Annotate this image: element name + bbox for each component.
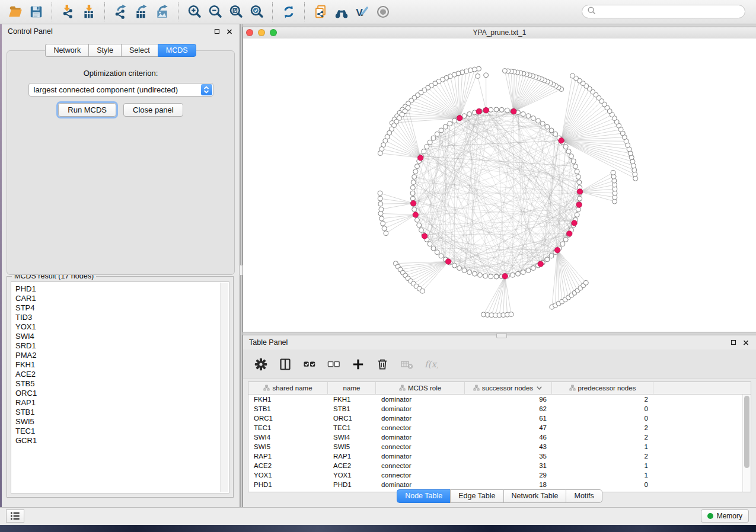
mcds-result-item[interactable]: ORC1 (15, 389, 229, 398)
mcds-result-item[interactable]: STB5 (15, 379, 229, 389)
cell-name[interactable]: FKH1 (328, 396, 376, 403)
cell-shared-name[interactable]: PHD1 (248, 481, 328, 488)
table-row[interactable]: RAP1RAP1dominator352 (248, 451, 751, 461)
column-header-name[interactable]: name (328, 382, 376, 394)
cell-successor-nodes[interactable]: 29 (465, 472, 552, 479)
cell-shared-name[interactable]: TEC1 (248, 424, 328, 431)
cell-predecessor-nodes[interactable]: 1 (552, 472, 653, 479)
cell-name[interactable]: SWI4 (328, 434, 376, 441)
cell-name[interactable]: SWI5 (328, 443, 376, 450)
cell-shared-name[interactable]: YOX1 (248, 472, 328, 479)
delete-column-icon[interactable] (375, 357, 390, 372)
tab-edge-table[interactable]: Edge Table (450, 489, 503, 503)
deselect-checkboxes-icon[interactable] (326, 357, 342, 372)
tab-motifs[interactable]: Motifs (566, 489, 602, 503)
cell-shared-name[interactable]: STB1 (248, 405, 328, 412)
table-row[interactable]: SWI5SWI5connector431 (248, 442, 751, 451)
cell-shared-name[interactable]: FKH1 (248, 396, 328, 403)
network-window-titlebar[interactable]: YPA_prune.txt_1 (243, 27, 756, 39)
select-all-checkboxes-icon[interactable] (302, 357, 317, 372)
cell-predecessor-nodes[interactable]: 1 (552, 462, 653, 469)
cell-shared-name[interactable]: RAP1 (248, 453, 328, 460)
mcds-result-item[interactable]: ACE2 (15, 370, 229, 379)
export-table-icon[interactable] (131, 3, 152, 21)
cell-MCDS-role[interactable]: connector (376, 472, 465, 479)
toggle-columns-icon[interactable] (277, 357, 293, 372)
mcds-result-list[interactable]: PHD1CAR1STP4TID3YOX1SWI4SRD1PMA2FKH1ACE2… (11, 281, 229, 493)
column-header-successor-nodes[interactable]: successor nodes (465, 382, 552, 394)
criterion-dropdown[interactable]: largest connected component (undirected) (28, 83, 213, 97)
mcds-result-item[interactable]: RAP1 (15, 398, 229, 408)
horizontal-splitter-grip[interactable] (496, 333, 507, 338)
zoom-out-icon[interactable] (205, 3, 225, 21)
cell-predecessor-nodes[interactable]: 0 (552, 415, 653, 422)
cell-name[interactable]: TEC1 (328, 424, 376, 431)
tab-select[interactable]: Select (121, 44, 158, 57)
zoom-fit-icon[interactable] (225, 3, 246, 21)
tab-network[interactable]: Network (45, 44, 88, 57)
cell-successor-nodes[interactable]: 46 (465, 434, 552, 441)
network-graph[interactable] (243, 39, 756, 332)
float-panel-icon[interactable] (213, 27, 221, 36)
cell-shared-name[interactable]: ORC1 (248, 415, 328, 422)
cell-successor-nodes[interactable]: 35 (465, 453, 552, 460)
cell-name[interactable]: PHD1 (328, 481, 376, 488)
mcds-result-item[interactable]: YOX1 (15, 322, 229, 332)
mcds-result-item[interactable]: SWI5 (15, 417, 229, 427)
cell-MCDS-role[interactable]: dominator (376, 481, 465, 488)
cell-shared-name[interactable]: ACE2 (248, 462, 328, 469)
cell-predecessor-nodes[interactable]: 0 (552, 405, 653, 412)
cell-name[interactable]: ORC1 (328, 415, 376, 422)
show-graphics-icon[interactable] (372, 3, 393, 21)
mcds-list-scrollbar[interactable] (220, 283, 228, 492)
mcds-result-item[interactable]: PHD1 (15, 284, 229, 294)
add-column-icon[interactable] (350, 357, 366, 372)
cell-predecessor-nodes[interactable]: 2 (552, 424, 653, 431)
open-file-icon[interactable] (5, 3, 25, 21)
memory-button[interactable]: Memory (701, 509, 749, 523)
mcds-result-item[interactable]: GCR1 (15, 436, 229, 446)
export-image-icon[interactable] (152, 3, 173, 21)
table-scrollbar-thumb[interactable] (744, 396, 749, 468)
cell-successor-nodes[interactable]: 96 (465, 396, 552, 403)
cell-MCDS-role[interactable]: dominator (376, 453, 465, 460)
settings-gear-icon[interactable] (253, 357, 269, 372)
table-row[interactable]: SWI4SWI4dominator462 (248, 432, 751, 442)
import-network-icon[interactable] (58, 3, 78, 21)
table-row[interactable]: FKH1FKH1dominator962 (248, 395, 751, 404)
zoom-in-icon[interactable] (184, 3, 205, 21)
mcds-result-item[interactable]: STP4 (15, 303, 229, 313)
close-panel-icon[interactable] (225, 27, 234, 36)
mcds-result-item[interactable]: SWI4 (15, 332, 229, 341)
cell-name[interactable]: RAP1 (328, 453, 376, 460)
cell-name[interactable]: YOX1 (328, 472, 376, 479)
mcds-result-item[interactable]: FKH1 (15, 360, 229, 370)
cell-successor-nodes[interactable]: 62 (465, 405, 552, 412)
float-table-panel-icon[interactable] (729, 338, 738, 347)
export-network-icon[interactable] (110, 3, 131, 21)
table-scrollbar[interactable] (742, 395, 751, 492)
mcds-result-item[interactable]: TID3 (15, 313, 229, 322)
tab-style[interactable]: Style (88, 44, 121, 57)
column-header-MCDS-role[interactable]: MCDS role (376, 382, 465, 394)
cell-successor-nodes[interactable]: 47 (465, 424, 552, 431)
search-input[interactable] (582, 5, 745, 18)
cell-MCDS-role[interactable]: dominator (376, 434, 465, 441)
cell-name[interactable]: STB1 (328, 405, 376, 412)
table-row[interactable]: ACE2ACE2connector311 (248, 461, 751, 470)
style-edit-icon[interactable]: V (352, 3, 372, 21)
cell-shared-name[interactable]: SWI4 (248, 434, 328, 441)
mcds-result-item[interactable]: CAR1 (15, 294, 229, 303)
mcds-result-item[interactable]: SRD1 (15, 341, 229, 351)
cell-predecessor-nodes[interactable]: 2 (552, 453, 653, 460)
cell-MCDS-role[interactable]: dominator (376, 415, 465, 422)
refresh-icon[interactable] (278, 3, 299, 21)
cell-shared-name[interactable]: SWI5 (248, 443, 328, 450)
import-table-icon[interactable] (78, 3, 99, 21)
table-row[interactable]: PHD1PHD1dominator180 (248, 480, 751, 489)
close-table-panel-icon[interactable] (742, 338, 750, 347)
task-history-button[interactable] (6, 509, 24, 523)
sort-chevron-icon[interactable] (535, 384, 543, 393)
cell-predecessor-nodes[interactable]: 0 (552, 481, 653, 488)
cell-successor-nodes[interactable]: 43 (465, 443, 552, 450)
